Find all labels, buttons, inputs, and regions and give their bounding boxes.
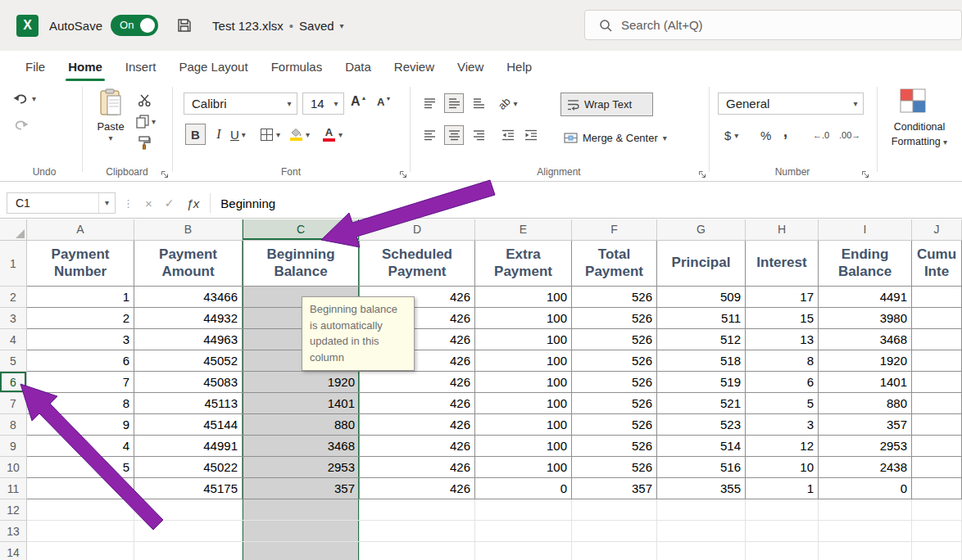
chevron-down-icon[interactable]: ▾	[513, 99, 517, 108]
cell-H6[interactable]: 6	[746, 372, 819, 393]
cell-J9[interactable]	[912, 436, 962, 457]
cell-J10[interactable]	[912, 457, 962, 478]
cell-D13[interactable]	[360, 521, 475, 542]
cell-C1[interactable]: Beginning Balance	[243, 241, 360, 287]
cell-G4[interactable]: 512	[657, 329, 746, 350]
column-header-A[interactable]: A	[27, 219, 134, 241]
cut-button[interactable]	[138, 93, 152, 107]
cell-H13[interactable]	[746, 521, 819, 542]
conditional-formatting-button[interactable]: Conditional	[878, 121, 960, 133]
merge-center-button[interactable]: Merge & Center ▾	[560, 127, 697, 148]
cell-C7[interactable]: 1401	[243, 393, 360, 414]
cell-E12[interactable]	[475, 499, 572, 521]
row-header-8[interactable]: 8	[0, 414, 27, 436]
row-header-9[interactable]: 9	[0, 436, 27, 457]
cell-J4[interactable]	[912, 329, 962, 350]
save-icon[interactable]	[176, 17, 193, 34]
cell-A9[interactable]: 4	[27, 436, 134, 457]
cell-E2[interactable]: 100	[475, 287, 572, 308]
cell-A6[interactable]: 7	[27, 372, 134, 393]
tab-file[interactable]: File	[23, 51, 48, 82]
row-header-11[interactable]: 11	[0, 478, 27, 499]
chevron-down-icon[interactable]: ▾	[329, 99, 343, 108]
cell-H12[interactable]	[746, 499, 819, 521]
chevron-down-icon[interactable]: ▾	[98, 193, 115, 213]
select-all-button[interactable]	[0, 219, 27, 241]
align-center-button[interactable]	[444, 125, 464, 145]
font-size-select[interactable]: 14 ▾	[302, 93, 344, 115]
cell-F1[interactable]: Total Payment	[572, 241, 657, 287]
decrease-decimal-button[interactable]: .00→	[839, 125, 860, 145]
cell-C11[interactable]: 357	[243, 478, 360, 499]
cell-A4[interactable]: 3	[27, 329, 134, 350]
chevron-down-icon[interactable]: ▾	[306, 130, 310, 139]
cell-C12[interactable]	[243, 499, 360, 521]
cell-B9[interactable]: 44991	[134, 436, 243, 457]
underline-button[interactable]: U ▾	[230, 124, 246, 145]
cell-F10[interactable]: 526	[572, 457, 657, 478]
cell-F4[interactable]: 526	[572, 329, 657, 350]
autosave-toggle[interactable]: On	[111, 15, 158, 36]
cell-A3[interactable]: 2	[27, 308, 134, 329]
cell-J11[interactable]	[912, 478, 962, 499]
chevron-down-icon[interactable]: ▾	[88, 133, 133, 142]
cell-G11[interactable]: 355	[657, 478, 746, 499]
row-header-10[interactable]: 10	[0, 457, 27, 478]
number-dialog-launcher-icon[interactable]	[861, 168, 871, 178]
cell-C14[interactable]	[243, 542, 360, 560]
increase-indent-button[interactable]	[521, 125, 541, 145]
tab-insert[interactable]: Insert	[123, 51, 159, 82]
cell-D11[interactable]: 426	[360, 478, 475, 499]
cell-F12[interactable]	[572, 499, 657, 521]
row-header-2[interactable]: 2	[0, 287, 27, 308]
accounting-format-button[interactable]: $ ▾	[724, 125, 738, 145]
number-format-select[interactable]: General ▾	[718, 93, 864, 115]
align-left-button[interactable]	[420, 125, 439, 145]
cell-A7[interactable]: 8	[27, 393, 134, 414]
bold-button[interactable]: B	[185, 124, 206, 145]
cell-A12[interactable]	[27, 499, 134, 521]
cell-D1[interactable]: Scheduled Payment	[360, 241, 475, 287]
font-dialog-launcher-icon[interactable]	[399, 168, 409, 178]
cell-E4[interactable]: 100	[475, 329, 572, 350]
cell-I1[interactable]: Ending Balance	[819, 241, 912, 287]
row-header-4[interactable]: 4	[0, 329, 27, 350]
chevron-down-icon[interactable]: ▾	[663, 133, 667, 142]
cell-F3[interactable]: 526	[572, 308, 657, 329]
cell-J8[interactable]	[912, 414, 962, 436]
cell-B6[interactable]: 45083	[134, 372, 243, 393]
chevron-down-icon[interactable]: ▾	[242, 130, 246, 139]
cell-F7[interactable]: 526	[572, 393, 657, 414]
cell-J2[interactable]	[912, 287, 962, 308]
cell-I3[interactable]: 3980	[819, 308, 912, 329]
redo-button[interactable]	[13, 119, 29, 131]
cell-H2[interactable]: 17	[746, 287, 819, 308]
chevron-down-icon[interactable]: ▾	[340, 21, 344, 30]
cell-B1[interactable]: Payment Amount	[134, 241, 243, 287]
cell-F14[interactable]	[572, 542, 657, 560]
cell-F6[interactable]: 526	[572, 372, 657, 393]
search-input[interactable]: Search (Alt+Q)	[584, 10, 962, 40]
cell-B7[interactable]: 45113	[134, 393, 243, 414]
decrease-indent-button[interactable]	[498, 125, 518, 145]
cell-J14[interactable]	[912, 542, 962, 560]
cell-G14[interactable]	[657, 542, 746, 560]
cell-E11[interactable]: 0	[475, 478, 572, 499]
cell-E10[interactable]: 100	[475, 457, 572, 478]
cell-F11[interactable]: 357	[572, 478, 657, 499]
cell-B8[interactable]: 45144	[134, 414, 243, 436]
cell-A5[interactable]: 6	[27, 350, 134, 372]
excel-logo-icon[interactable]: X	[16, 15, 39, 37]
cell-H14[interactable]	[746, 542, 819, 560]
row-header-1[interactable]: 1	[0, 241, 27, 287]
cell-G9[interactable]: 514	[657, 436, 746, 457]
cell-I10[interactable]: 2438	[819, 457, 912, 478]
chevron-down-icon[interactable]: ▾	[848, 99, 863, 108]
chevron-down-icon[interactable]: ▾	[338, 130, 343, 139]
cell-H11[interactable]: 1	[746, 478, 819, 499]
align-top-button[interactable]	[420, 93, 439, 113]
row-header-13[interactable]: 13	[0, 521, 27, 542]
cell-G12[interactable]	[657, 499, 746, 521]
row-header-12[interactable]: 12	[0, 499, 27, 521]
cell-A2[interactable]: 1	[27, 287, 134, 308]
